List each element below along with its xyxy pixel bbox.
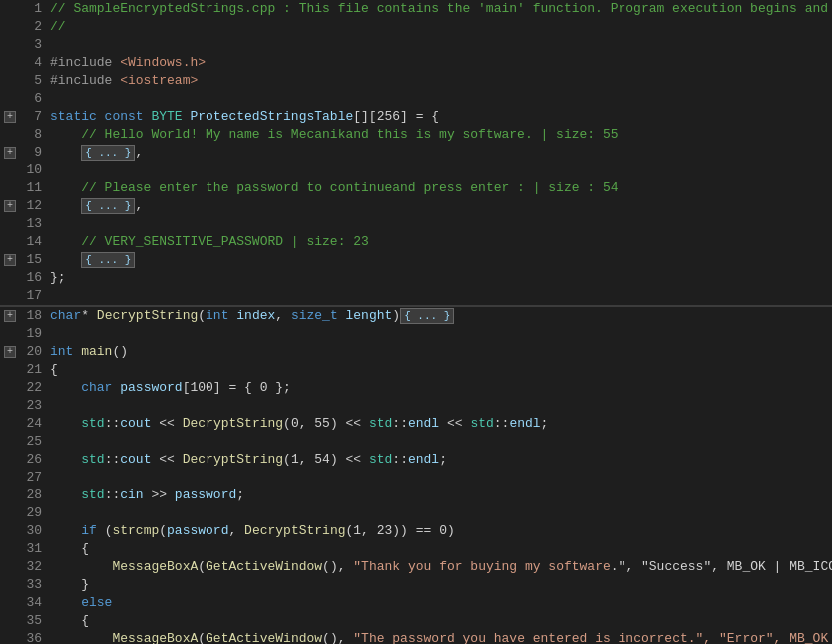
code-line: 13 (0, 215, 832, 233)
token: main (81, 344, 112, 359)
token (50, 198, 81, 213)
line-content: } (50, 576, 832, 594)
line-content: std::cout << DecryptString(1, 54) << std… (50, 451, 832, 469)
line-content: // VERY_SENSITIVE_PASSWORD | size: 23 (50, 233, 832, 251)
code-line: 3 (0, 36, 832, 54)
token: :: (494, 416, 510, 431)
line-content: MessageBoxA(GetActiveWindow(), "Thank yo… (50, 558, 832, 576)
token: ProtectedStringsTable (190, 109, 353, 124)
code-line: 31 { (0, 540, 832, 558)
line-number: 20 (20, 343, 50, 361)
token: , (275, 308, 291, 323)
token: ) (392, 308, 400, 323)
line-number: 14 (20, 233, 50, 251)
line-number: 6 (20, 90, 50, 108)
token: BYTE (151, 109, 190, 124)
line-number: 33 (20, 576, 50, 594)
token: { (50, 613, 89, 628)
token: // Hello World! My name is Mecanikand (50, 127, 377, 142)
token: MessageBoxA (112, 559, 198, 574)
token: << (151, 452, 182, 467)
token: endl (408, 416, 439, 431)
code-line: 24 std::cout << DecryptString(0, 55) << … (0, 415, 832, 433)
line-number: 1 (20, 0, 50, 18)
line-number: 31 (20, 540, 50, 558)
code-line: +18char* DecryptString(int index, size_t… (0, 307, 832, 325)
token (50, 631, 112, 644)
token: (), (322, 631, 353, 644)
collapsed-block[interactable]: { ... } (81, 145, 135, 161)
token: , (228, 523, 244, 538)
token: int (50, 344, 81, 359)
token: // SampleEncryptedStrings.cpp : This fil… (50, 1, 832, 16)
line-content: std::cin >> password; (50, 486, 832, 504)
line-content: MessageBoxA(GetActiveWindow(), "The pass… (50, 630, 832, 644)
collapse-button[interactable]: + (4, 111, 16, 123)
code-line: 25 (0, 433, 832, 451)
collapse-button[interactable]: + (4, 200, 16, 212)
token: DecryptString (183, 416, 283, 431)
collapse-button[interactable]: + (4, 346, 16, 358)
token: } (50, 577, 89, 592)
token: MessageBoxA (112, 631, 198, 644)
token: cout (120, 452, 151, 467)
collapse-button[interactable]: + (4, 254, 16, 266)
collapsed-block[interactable]: { ... } (400, 308, 454, 324)
code-line: +15 { ... } (0, 251, 832, 269)
token: { (50, 541, 89, 556)
token: "The password you have entered is incorr… (353, 631, 832, 644)
token: { (50, 362, 58, 377)
line-number: 30 (20, 522, 50, 540)
token: * (81, 308, 97, 323)
collapsed-block[interactable]: { ... } (81, 198, 135, 214)
line-number: 19 (20, 325, 50, 343)
code-line: 33 } (0, 576, 832, 594)
token: ( (198, 559, 206, 574)
code-line: 10 (0, 161, 832, 179)
code-line: 32 MessageBoxA(GetActiveWindow(), "Thank… (0, 558, 832, 576)
token (50, 416, 81, 431)
code-line: 16}; (0, 269, 832, 287)
line-number: 10 (20, 161, 50, 179)
token: :: (105, 487, 121, 502)
collapse-button[interactable]: + (4, 147, 16, 159)
code-line: 4#include <Windows.h> (0, 54, 832, 72)
line-content: char* DecryptString(int index, size_t le… (50, 307, 832, 325)
line-content: { (50, 540, 832, 558)
line-number: 8 (20, 126, 50, 144)
token: is my software. | size: 55 (408, 127, 619, 142)
token: password (175, 487, 236, 502)
token: this (377, 127, 408, 142)
line-number: 7 (20, 108, 50, 126)
token: if (81, 523, 97, 538)
code-line: 28 std::cin >> password; (0, 486, 832, 504)
token: lenght (346, 308, 393, 323)
token: .", "Success", MB_OK | MB_ICONINFORMATIO… (611, 559, 832, 574)
line-number: 13 (20, 215, 50, 233)
collapsed-block[interactable]: { ... } (81, 252, 135, 268)
line-content: // (50, 18, 832, 36)
token: <iostream> (120, 73, 198, 88)
line-number: 29 (20, 504, 50, 522)
line-content: static const BYTE ProtectedStringsTable[… (50, 108, 832, 126)
token: and press enter : | size : 54 (392, 180, 618, 195)
collapse-button[interactable]: + (4, 310, 16, 322)
token: endl (509, 416, 540, 431)
line-number: 4 (20, 54, 50, 72)
token (50, 487, 81, 502)
token: [100] = { 0 }; (183, 380, 291, 395)
code-line: +20int main() (0, 343, 832, 361)
token: cin (120, 487, 143, 502)
line-number: 18 (20, 307, 50, 325)
line-content: char password[100] = { 0 }; (50, 379, 832, 397)
code-line: 11 // Please enter the password to conti… (0, 179, 832, 197)
line-number: 17 (20, 287, 50, 305)
token: (1, 54) << (283, 452, 369, 467)
token (50, 452, 81, 467)
token: std (81, 452, 104, 467)
line-content: #include <Windows.h> (50, 54, 832, 72)
token: // (50, 19, 66, 34)
token: std (369, 416, 392, 431)
code-line: 35 { (0, 612, 832, 630)
line-number: 35 (20, 612, 50, 630)
